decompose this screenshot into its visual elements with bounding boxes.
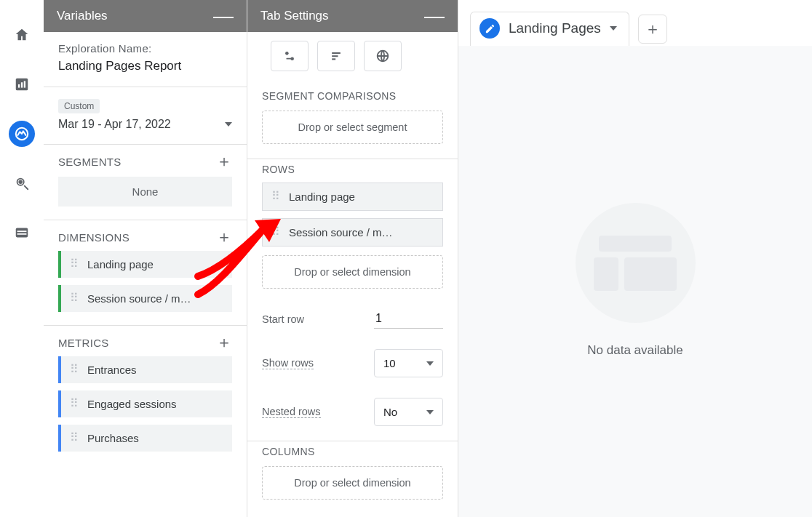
nav-advertising-icon[interactable] bbox=[9, 170, 35, 196]
metrics-title: METRICS bbox=[58, 337, 109, 349]
svg-rect-7 bbox=[16, 228, 28, 238]
no-data-text: No data available bbox=[587, 343, 682, 358]
start-row-label: Start row bbox=[262, 313, 304, 325]
dimension-chip-session-source[interactable]: Session source / m… bbox=[58, 285, 232, 312]
date-range-badge: Custom bbox=[58, 99, 100, 113]
show-rows-select[interactable]: 10 bbox=[374, 349, 443, 377]
grip-icon bbox=[70, 435, 80, 441]
chip-label: Engaged sessions bbox=[87, 398, 177, 410]
row-chip-session-source[interactable]: Session source / m… bbox=[262, 218, 443, 247]
tab-settings-panel-title: Tab Settings bbox=[260, 9, 329, 23]
grip-icon bbox=[70, 295, 80, 302]
chip-label: Landing page bbox=[289, 191, 355, 203]
start-row-input[interactable] bbox=[374, 309, 443, 329]
svg-rect-3 bbox=[24, 81, 25, 87]
show-rows-label: Show rows bbox=[262, 357, 314, 369]
rows-dropzone[interactable]: Drop or select dimension bbox=[262, 255, 443, 289]
metric-chip-entrances[interactable]: Entrances bbox=[58, 356, 232, 383]
dimensions-title: DIMENSIONS bbox=[58, 231, 130, 244]
segment-dropzone[interactable]: Drop or select segment bbox=[262, 111, 443, 144]
columns-title: COLUMNS bbox=[262, 446, 443, 457]
svg-rect-1 bbox=[18, 84, 20, 88]
svg-rect-9 bbox=[17, 233, 27, 235]
grip-icon bbox=[271, 193, 282, 200]
nested-rows-label: Nested rows bbox=[262, 406, 321, 418]
chevron-down-icon bbox=[225, 122, 232, 127]
rows-title: ROWS bbox=[262, 164, 443, 175]
technique-option-2[interactable] bbox=[317, 41, 355, 71]
chevron-down-icon bbox=[426, 361, 434, 366]
nav-configure-icon[interactable] bbox=[9, 220, 35, 246]
svg-point-10 bbox=[285, 52, 289, 55]
nav-reports-icon[interactable] bbox=[9, 71, 35, 97]
svg-point-6 bbox=[19, 180, 22, 183]
segments-none: None bbox=[58, 177, 232, 207]
technique-option-3[interactable] bbox=[364, 41, 402, 71]
metric-chip-engaged-sessions[interactable]: Engaged sessions bbox=[58, 390, 232, 417]
minimize-tabsettings-button[interactable]: — bbox=[424, 12, 445, 20]
nav-home-icon[interactable] bbox=[9, 22, 35, 48]
date-range-picker[interactable]: Mar 19 - Apr 17, 2022 bbox=[58, 118, 232, 131]
svg-rect-12 bbox=[286, 58, 291, 60]
nav-explore-icon[interactable] bbox=[9, 121, 35, 147]
chip-label: Session source / m… bbox=[87, 292, 191, 305]
svg-rect-13 bbox=[332, 52, 341, 54]
exploration-name-value[interactable]: Landing Pages Report bbox=[58, 59, 232, 73]
svg-rect-8 bbox=[17, 231, 27, 232]
chip-label: Session source / m… bbox=[289, 226, 393, 239]
chevron-down-icon bbox=[426, 410, 434, 414]
chip-label: Landing page bbox=[87, 258, 154, 270]
columns-dropzone[interactable]: Drop or select dimension bbox=[262, 466, 443, 500]
add-segment-button[interactable]: ＋ bbox=[216, 155, 232, 168]
chip-label: Entrances bbox=[87, 364, 137, 376]
grip-icon bbox=[70, 401, 80, 407]
nested-rows-value: No bbox=[383, 406, 397, 418]
chip-label: Purchases bbox=[87, 432, 139, 444]
dimension-chip-landing-page[interactable]: Landing page bbox=[58, 251, 232, 278]
technique-option-1[interactable] bbox=[271, 41, 309, 71]
exploration-name-label: Exploration Name: bbox=[58, 42, 232, 55]
segment-comparisons-title: SEGMENT COMPARISONS bbox=[262, 90, 443, 102]
segments-title: SEGMENTS bbox=[58, 156, 122, 168]
row-chip-landing-page[interactable]: Landing page bbox=[262, 183, 443, 211]
svg-rect-2 bbox=[21, 82, 23, 87]
add-metric-button[interactable]: ＋ bbox=[216, 336, 232, 349]
show-rows-value: 10 bbox=[383, 357, 396, 369]
variables-panel-title: Variables bbox=[57, 9, 108, 23]
nested-rows-select[interactable]: No bbox=[374, 398, 443, 426]
minimize-variables-button[interactable]: — bbox=[213, 12, 234, 20]
grip-icon bbox=[70, 261, 80, 268]
empty-state-icon bbox=[576, 203, 696, 323]
add-dimension-button[interactable]: ＋ bbox=[216, 231, 232, 244]
grip-icon bbox=[271, 229, 282, 236]
svg-rect-14 bbox=[332, 55, 338, 57]
date-range-text: Mar 19 - Apr 17, 2022 bbox=[58, 118, 171, 131]
svg-rect-15 bbox=[332, 58, 335, 60]
grip-icon bbox=[70, 366, 80, 373]
metric-chip-purchases[interactable]: Purchases bbox=[58, 425, 232, 452]
